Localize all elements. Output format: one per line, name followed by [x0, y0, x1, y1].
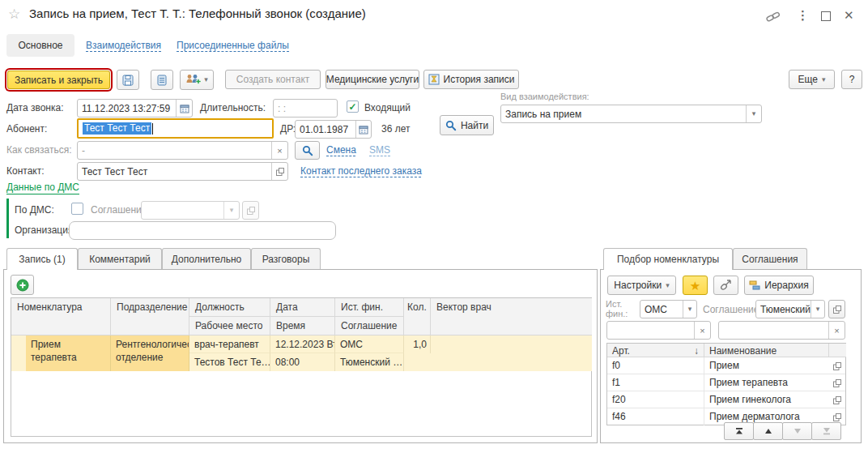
record-history-button[interactable]: История записи	[423, 70, 519, 89]
cell-nomenclature[interactable]: Прием терапевта	[26, 335, 111, 371]
follow-link-button[interactable]	[713, 276, 738, 295]
contact-method-field[interactable]: - ×	[77, 141, 288, 160]
list-header-art[interactable]: Арт.↓	[607, 344, 704, 357]
sms-link[interactable]: SMS	[369, 144, 390, 156]
item-name: Прием	[709, 360, 739, 371]
cell-date[interactable]: 12.12.2023 Вт	[270, 335, 335, 353]
incoming-checkbox[interactable]: ✓	[347, 100, 359, 113]
nav-link-attached-files[interactable]: Присоединенные файлы	[177, 40, 289, 51]
chevron-down-icon[interactable]: ▾	[811, 301, 824, 318]
col-header-time: Время	[270, 317, 335, 335]
tab-additional[interactable]: Дополнительно	[162, 248, 251, 269]
open-icon[interactable]	[271, 163, 287, 180]
calendar-icon[interactable]	[355, 121, 371, 138]
open-icon[interactable]	[832, 378, 842, 388]
kebab-menu-icon[interactable]: ⋮	[797, 8, 809, 23]
col-header-nomenclature: Номенклатура	[11, 298, 111, 335]
cell-qty[interactable]: 1,0	[404, 335, 431, 353]
nav-link-interactions[interactable]: Взаимодействия	[86, 40, 161, 51]
tab-comment[interactable]: Комментарий	[78, 248, 162, 269]
birthdate-field[interactable]: 01.01.1987	[295, 120, 372, 139]
cell-fin[interactable]: ОМС	[335, 335, 404, 353]
open-icon[interactable]	[832, 361, 842, 371]
move-up-button[interactable]	[753, 422, 783, 440]
tab-main[interactable]: Основное	[6, 34, 74, 57]
interaction-kind-combo[interactable]: Запись на прием ▾	[500, 105, 762, 123]
open-icon[interactable]	[832, 395, 842, 405]
page-title: Запись на прием, Тест Т. Т.: Телефонный …	[29, 6, 366, 20]
help-button[interactable]: ?	[841, 70, 862, 89]
col-header-qty: Кол.	[404, 298, 431, 335]
by-dms-checkbox[interactable]	[71, 203, 83, 215]
add-person-menu-button[interactable]: ▾	[180, 70, 214, 90]
open-icon[interactable]	[832, 412, 842, 422]
shift-link[interactable]: Смена	[326, 144, 356, 156]
chevron-down-icon[interactable]: ▾	[746, 105, 761, 122]
search-contact-button[interactable]	[295, 141, 320, 160]
go-first-button[interactable]	[724, 422, 754, 440]
clear-icon[interactable]: ×	[828, 322, 845, 339]
row-marker	[11, 335, 26, 371]
dms-group-header[interactable]: Данные по ДМС	[6, 182, 79, 194]
calendar-icon[interactable]	[176, 100, 192, 117]
duration-field[interactable]: : :	[273, 99, 338, 118]
get-link-icon[interactable]	[766, 11, 781, 23]
list-item[interactable]: f20 Прием гинеколога	[607, 391, 845, 408]
more-button[interactable]: Еще ▾	[789, 70, 835, 89]
organization-field[interactable]	[69, 221, 336, 240]
tab-nomenclature-selection[interactable]: Подбор номенклатуры	[603, 248, 733, 270]
subscriber-field[interactable]: Тест Тест Тест	[77, 118, 274, 139]
dms-agreement-open-button	[242, 201, 259, 220]
tab-main-label: Основное	[19, 40, 63, 51]
name-search-input[interactable]: ×	[718, 321, 845, 340]
cell-department[interactable]: Рентгенологичес отделение	[111, 335, 189, 371]
fin-source-combo[interactable]: ОМС ▾	[640, 300, 697, 318]
save-button[interactable]	[117, 70, 139, 90]
cell-vector[interactable]	[431, 335, 592, 371]
save-and-close-button[interactable]: Записать и закрыть	[7, 71, 110, 89]
art-search-input[interactable]: ×	[606, 321, 711, 340]
sort-desc-icon: ↓	[694, 345, 699, 355]
maximize-icon[interactable]	[821, 11, 831, 21]
find-button[interactable]: Найти	[440, 115, 494, 135]
cell-position[interactable]: врач-терапевт	[189, 335, 270, 353]
chevron-down-icon: ▾	[223, 202, 239, 219]
contact-field[interactable]: Тест Тест Тест	[77, 162, 288, 181]
tab-agreements[interactable]: Соглашения	[733, 248, 807, 269]
col-header-agreement: Соглашение	[335, 317, 404, 335]
tab-talks[interactable]: Разговоры	[251, 248, 321, 269]
list-item[interactable]: f0 Прием	[607, 357, 845, 374]
chevron-down-icon[interactable]: ▾	[683, 301, 696, 318]
col-header-vector: Вектор врач	[431, 298, 592, 335]
go-bottom-icon	[822, 427, 832, 435]
list-view-button[interactable]	[151, 70, 173, 90]
tab-record[interactable]: Запись (1)	[6, 248, 78, 270]
subscriber-label: Абонент:	[6, 123, 47, 135]
hierarchy-button[interactable]: Иерархия	[744, 276, 814, 295]
cell-time[interactable]: 08:00	[270, 353, 335, 371]
chevron-down-icon: ▾	[822, 76, 826, 83]
favorite-star-icon[interactable]: ☆	[8, 6, 20, 23]
close-icon[interactable]: ✕	[844, 8, 854, 23]
cell-workplace[interactable]: Тестов Тест Те…	[189, 353, 270, 371]
favorites-button[interactable]: ★	[683, 276, 708, 295]
add-row-button[interactable]	[11, 275, 34, 295]
floppy-icon	[122, 75, 134, 86]
item-art: f20	[612, 394, 626, 405]
contact-method-label: Как связаться:	[6, 144, 71, 156]
list-header-actions	[829, 344, 846, 357]
cell-agreement[interactable]: Тюменский …	[335, 353, 404, 371]
clear-icon[interactable]: ×	[694, 322, 710, 339]
list-header-name[interactable]: Наименование	[704, 344, 829, 357]
call-date-field[interactable]: 11.12.2023 13:27:59	[77, 99, 193, 118]
table-row[interactable]: Прием терапевта Рентгенологичес отделени…	[11, 335, 592, 371]
birthdate-label: ДР:	[280, 123, 296, 135]
clear-icon[interactable]: ×	[271, 142, 287, 159]
by-dms-label: По ДМС:	[15, 204, 54, 216]
medical-services-button[interactable]: Медицинские услуги	[326, 70, 419, 89]
settings-button[interactable]: Настройки ▾	[607, 276, 676, 295]
list-item[interactable]: f1 Прием терапевта	[607, 374, 845, 391]
agreement-open-button[interactable]	[828, 300, 845, 318]
agreement-combo[interactable]: Тюменский ▾	[755, 300, 825, 318]
last-order-contact-link[interactable]: Контакт последнего заказа	[300, 165, 422, 177]
